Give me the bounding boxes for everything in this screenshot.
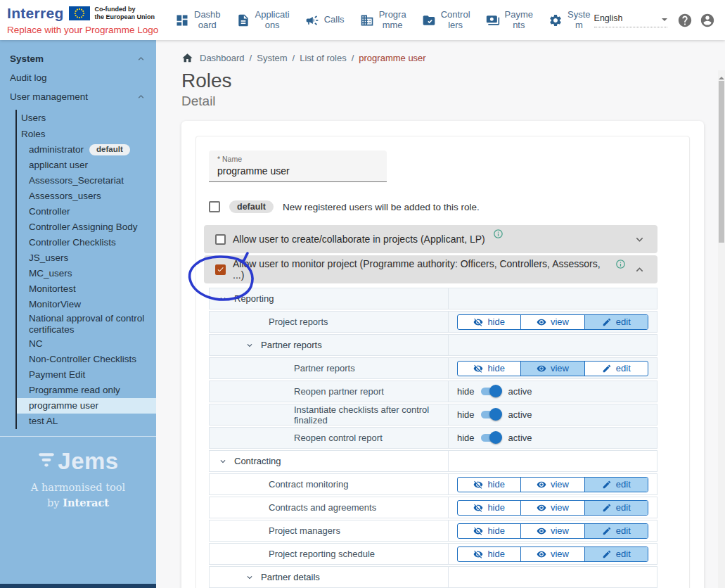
sidebar-role-item[interactable]: NC — [17, 336, 156, 352]
scroll-up-arrow[interactable] — [719, 74, 724, 79]
permission-panel-monitor[interactable]: Allow user to monitor project (Programme… — [204, 255, 657, 283]
nav-item-controllers[interactable]: Controllers — [418, 7, 474, 33]
view-icon — [537, 480, 546, 490]
slide-toggle[interactable] — [481, 411, 500, 418]
nav-item-applications[interactable]: Applications — [233, 7, 293, 33]
sidebar-role-item[interactable]: Monitortest — [17, 281, 156, 297]
hide-button[interactable]: hide — [458, 315, 520, 329]
name-field-label: * Name — [217, 155, 378, 163]
account-icon[interactable] — [700, 13, 715, 28]
edit-button[interactable]: edit — [584, 478, 648, 492]
permission-toggle[interactable]: hide active — [457, 386, 532, 397]
sidebar-item-user-management[interactable]: User management — [0, 87, 156, 106]
role-label: MonitorView — [29, 299, 81, 310]
permission-row: Contracting — [209, 450, 657, 472]
replace-logo-text: Replace with your Programme Logo — [7, 25, 166, 35]
chevron-down-icon[interactable] — [218, 456, 228, 466]
sidebar-role-item[interactable]: applicant user — [17, 158, 156, 173]
view-button[interactable]: view — [520, 547, 584, 561]
default-badge: default — [229, 200, 274, 213]
help-icon[interactable] — [677, 13, 693, 28]
view-button[interactable]: view — [520, 524, 584, 538]
sidebar-role-item[interactable]: Payment Edit — [17, 367, 156, 383]
chevron-down-icon[interactable] — [218, 294, 228, 304]
permission-panel-collaborate[interactable]: Allow user to create/collaborate in proj… — [204, 225, 657, 253]
role-label: administrator — [29, 144, 84, 155]
slide-toggle[interactable] — [481, 434, 500, 442]
view-icon — [537, 317, 546, 327]
sidebar-item-users[interactable]: Users — [17, 110, 156, 126]
view-button[interactable]: view — [520, 501, 584, 515]
edit-icon — [602, 526, 612, 536]
sidebar-role-item[interactable]: administrator default — [17, 142, 156, 158]
chevron-up-icon[interactable] — [136, 53, 146, 64]
panel-checkbox[interactable] — [215, 234, 226, 245]
permission-row: Reopen control report hide active — [209, 427, 657, 449]
hide-button[interactable]: hide — [458, 501, 520, 515]
nav-item-dashboard[interactable]: Dashboard — [172, 7, 224, 33]
name-field[interactable]: * Name programme user — [209, 151, 387, 182]
hide-button[interactable]: hide — [458, 547, 520, 561]
sidebar-role-item[interactable]: Controller — [17, 204, 156, 219]
edit-icon — [602, 364, 612, 373]
interreg-logo: Interreg — [7, 5, 64, 22]
view-icon — [537, 503, 546, 513]
info-icon[interactable] — [615, 259, 626, 269]
breadcrumb-link[interactable]: List of roles — [300, 53, 346, 63]
default-checkbox[interactable] — [209, 201, 220, 212]
sidebar-role-item[interactable]: Non-Controller Checklists — [17, 352, 156, 367]
panel-checkbox[interactable] — [215, 264, 226, 275]
chevron-down-icon[interactable] — [245, 573, 255, 582]
edit-button[interactable]: edit — [584, 315, 648, 329]
breadcrumb-link[interactable]: Dashboard — [200, 53, 245, 63]
view-button[interactable]: view — [520, 478, 584, 492]
edit-button[interactable]: edit — [584, 501, 648, 515]
permission-toggle[interactable]: hide active — [457, 409, 532, 420]
chevron-down-icon[interactable] — [245, 340, 255, 350]
sidebar-role-item[interactable]: Controller Checklists — [17, 235, 156, 250]
hide-button[interactable]: hide — [458, 478, 520, 492]
breadcrumb-link[interactable]: System — [257, 53, 287, 63]
edit-button[interactable]: edit — [584, 524, 648, 538]
view-button[interactable]: view — [520, 315, 584, 329]
permission-row: Contracts and agreements hide view edit — [209, 497, 657, 518]
edit-button[interactable]: edit — [584, 547, 648, 561]
language-select[interactable]: English — [594, 13, 667, 27]
nav-item-calls[interactable]: Calls — [302, 11, 348, 30]
scrollbar-thumb[interactable] — [719, 81, 724, 243]
nav-item-label: System — [567, 10, 591, 30]
sidebar-role-item[interactable]: Programme read only — [17, 383, 156, 398]
sidebar-item-audit-log[interactable]: Audit log — [0, 68, 156, 87]
dashboard-icon — [175, 13, 189, 27]
permission-label: Partner details — [261, 572, 320, 582]
scrollbar[interactable] — [718, 70, 725, 588]
sidebar-role-item[interactable]: test AL — [17, 414, 156, 429]
permission-row: Contract monitoring hide view edit — [209, 473, 657, 495]
chevron-down-icon[interactable] — [633, 233, 646, 246]
sidebar-section-system[interactable]: System — [0, 49, 156, 68]
edit-button[interactable]: edit — [584, 362, 648, 376]
sidebar-role-item[interactable]: Controller Assigning Body — [17, 219, 156, 235]
permission-toggle[interactable]: hide active — [457, 433, 532, 443]
chevron-up-icon[interactable] — [633, 263, 646, 276]
view-button[interactable]: view — [520, 362, 584, 376]
hide-button[interactable]: hide — [458, 362, 520, 376]
sidebar-role-item[interactable]: MC_users — [17, 266, 156, 281]
sidebar-role-item[interactable]: MonitorView — [17, 297, 156, 312]
sidebar-role-item[interactable]: National approval of control certificate… — [17, 312, 156, 336]
nav-item-programme[interactable]: Programme — [357, 7, 410, 33]
info-icon[interactable] — [493, 229, 503, 239]
hide-button[interactable]: hide — [458, 524, 520, 538]
sidebar-role-item[interactable]: Assessors_Secretariat — [17, 173, 156, 188]
slide-toggle[interactable] — [481, 388, 500, 395]
sidebar-role-item[interactable]: programme user — [17, 398, 156, 414]
sidebar-role-item[interactable]: JS_users — [17, 250, 156, 266]
nav-item-system[interactable]: System — [545, 7, 594, 33]
chevron-up-icon[interactable] — [136, 91, 146, 102]
permission-label: Project reporting schedule — [269, 549, 375, 559]
nav-item-payments[interactable]: Payments — [482, 7, 537, 33]
sidebar-item-roles[interactable]: Roles — [17, 126, 156, 142]
language-value: English — [594, 13, 623, 23]
sidebar-role-item[interactable]: Assessors_users — [17, 188, 156, 204]
sidebar-user-management-group: UsersRoles administrator default applica… — [15, 110, 156, 429]
